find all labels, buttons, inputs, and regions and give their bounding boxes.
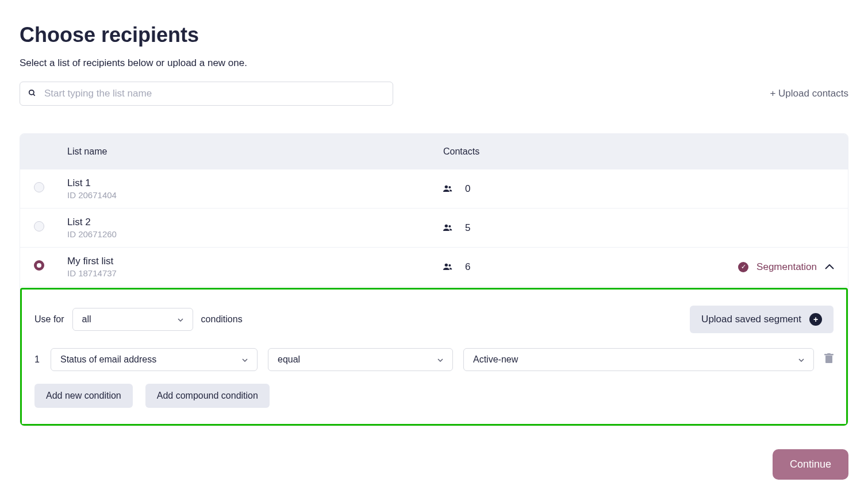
svg-point-3	[448, 186, 451, 188]
search-input[interactable]	[44, 88, 385, 99]
contacts-count: 0	[465, 183, 470, 195]
check-circle-icon: ✓	[738, 262, 748, 272]
condition-value-value: Active-new	[473, 354, 518, 365]
column-contacts: Contacts	[443, 146, 708, 157]
recipients-table: List name Contacts List 1 ID 20671404 0 …	[20, 133, 848, 426]
upload-saved-segment-button[interactable]: Upload saved segment +	[690, 306, 834, 333]
conditions-label: conditions	[201, 314, 243, 325]
svg-rect-8	[825, 356, 832, 363]
search-icon	[28, 89, 36, 99]
page-title: Choose recipients	[20, 23, 848, 47]
segmentation-label[interactable]: Segmentation	[756, 261, 817, 273]
svg-line-1	[33, 94, 35, 95]
svg-point-4	[445, 225, 448, 227]
svg-point-2	[445, 186, 448, 188]
svg-rect-10	[827, 353, 831, 354]
search-box[interactable]	[20, 82, 393, 106]
chevron-down-icon	[242, 356, 248, 363]
list-name: My first list	[67, 256, 443, 267]
chevron-up-icon[interactable]	[825, 263, 834, 272]
table-row[interactable]: List 2 ID 20671260 5	[20, 209, 848, 248]
list-id: ID 18714737	[67, 268, 443, 278]
trash-icon[interactable]	[824, 353, 834, 366]
table-row[interactable]: List 1 ID 20671404 0	[20, 169, 848, 209]
upload-contacts-link[interactable]: + Upload contacts	[770, 88, 848, 99]
chevron-down-icon	[437, 356, 443, 363]
contacts-count: 5	[465, 222, 470, 234]
condition-value-select[interactable]: Active-new	[463, 348, 814, 371]
svg-point-6	[445, 264, 448, 267]
segmentation-panel: Use for all conditions Upload saved segm…	[20, 288, 848, 426]
add-condition-button[interactable]: Add new condition	[34, 384, 133, 408]
radio-unselected[interactable]	[34, 182, 44, 192]
chevron-down-icon	[798, 356, 804, 363]
match-type-value: all	[82, 314, 91, 325]
svg-point-7	[448, 264, 451, 267]
condition-operator-select[interactable]: equal	[268, 348, 453, 371]
list-id: ID 20671404	[67, 190, 443, 200]
add-compound-condition-button[interactable]: Add compound condition	[145, 384, 270, 408]
condition-field-value: Status of email address	[60, 354, 156, 365]
list-id: ID 20671260	[67, 229, 443, 239]
list-name: List 2	[67, 217, 443, 228]
plus-circle-icon: +	[809, 313, 822, 326]
column-list-name: List name	[67, 146, 443, 157]
people-icon	[443, 223, 452, 233]
page-subtitle: Select a list of recipients below or upl…	[20, 57, 848, 69]
condition-operator-value: equal	[278, 354, 300, 365]
table-row[interactable]: My first list ID 18714737 6 ✓ Segmentati…	[20, 248, 848, 287]
use-for-label: Use for	[34, 314, 64, 325]
people-icon	[443, 262, 452, 272]
continue-button[interactable]: Continue	[773, 449, 848, 480]
radio-unselected[interactable]	[34, 221, 44, 232]
people-icon	[443, 184, 452, 194]
table-header: List name Contacts	[20, 134, 848, 169]
list-name: List 1	[67, 178, 443, 189]
upload-saved-label: Upload saved segment	[701, 314, 801, 325]
condition-field-select[interactable]: Status of email address	[51, 348, 258, 371]
svg-point-0	[29, 90, 34, 94]
condition-number: 1	[34, 354, 40, 365]
radio-selected[interactable]	[34, 260, 44, 271]
match-type-select[interactable]: all	[72, 308, 193, 331]
svg-point-5	[448, 225, 451, 227]
condition-row: 1 Status of email address equal Active-n…	[34, 348, 834, 371]
chevron-down-icon	[178, 316, 183, 323]
contacts-count: 6	[465, 261, 470, 273]
